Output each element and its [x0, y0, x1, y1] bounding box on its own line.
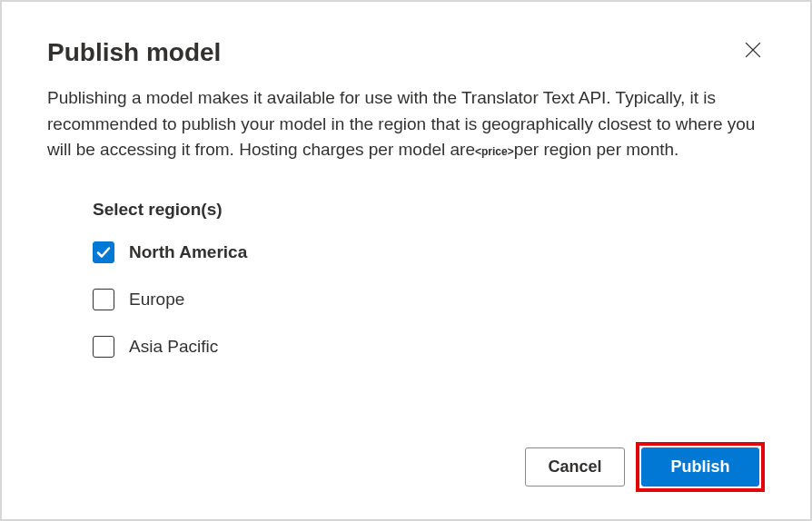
publish-model-dialog: Publish model Publishing a model makes i…: [0, 0, 812, 521]
dialog-description: Publishing a model makes it available fo…: [47, 85, 765, 163]
close-icon: [745, 42, 761, 58]
dialog-footer: Cancel Publish: [525, 442, 765, 492]
region-option-asia-pacific[interactable]: Asia Pacific: [93, 336, 765, 358]
price-placeholder: <price>: [475, 145, 514, 158]
close-button[interactable]: [741, 38, 765, 64]
regions-label: Select region(s): [93, 200, 765, 220]
region-option-north-america[interactable]: North America: [93, 241, 765, 263]
description-text-2: per region per month.: [514, 140, 679, 159]
region-label-north-america: North America: [129, 242, 247, 262]
checkbox-asia-pacific[interactable]: [93, 336, 114, 358]
region-option-europe[interactable]: Europe: [93, 289, 765, 310]
dialog-title: Publish model: [47, 38, 221, 67]
regions-section: Select region(s) North America Europe As…: [93, 200, 765, 358]
region-label-europe: Europe: [129, 290, 184, 310]
region-label-asia-pacific: Asia Pacific: [129, 337, 218, 357]
publish-button[interactable]: Publish: [641, 447, 759, 487]
checkbox-europe[interactable]: [93, 289, 114, 310]
checkmark-icon: [96, 245, 111, 260]
dialog-header: Publish model: [47, 38, 765, 67]
publish-button-highlight: Publish: [636, 442, 765, 492]
cancel-button[interactable]: Cancel: [525, 447, 625, 487]
checkbox-north-america[interactable]: [93, 241, 114, 263]
